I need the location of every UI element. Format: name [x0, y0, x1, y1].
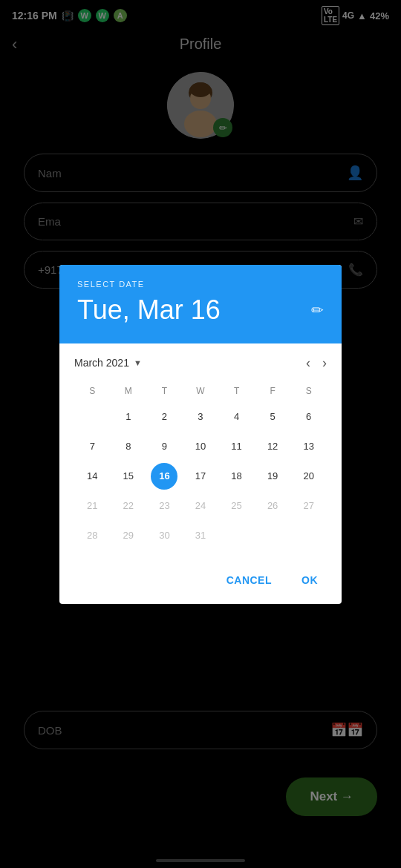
day-header-tue: T — [146, 383, 183, 402]
day-13[interactable]: 13 — [296, 433, 322, 460]
day-19[interactable]: 19 — [259, 463, 286, 490]
day-4[interactable]: 4 — [224, 404, 250, 430]
day-21[interactable]: 21 — [79, 493, 105, 519]
day-9[interactable]: 9 — [151, 433, 177, 460]
day-header-fri: F — [255, 383, 291, 402]
day-12[interactable]: 12 — [259, 433, 286, 460]
month-label[interactable]: March 2021 — [74, 357, 142, 369]
date-edit-icon[interactable]: ✏ — [311, 301, 324, 319]
calendar-body: March 2021 ‹ › S M T W T F S — [59, 343, 342, 562]
month-nav: March 2021 ‹ › — [74, 355, 327, 371]
day-empty-2 — [224, 522, 250, 549]
day-24[interactable]: 24 — [187, 493, 214, 519]
date-picker-dialog: SELECT DATE Tue, Mar 16 ✏ March 2021 ‹ › — [59, 265, 342, 604]
day-17[interactable]: 17 — [187, 463, 214, 490]
day-header-sun: S — [74, 383, 111, 402]
day-7[interactable]: 7 — [79, 433, 105, 460]
month-year-text: March 2021 — [74, 357, 129, 369]
day-15[interactable]: 15 — [115, 463, 142, 490]
day-22[interactable]: 22 — [115, 493, 142, 519]
month-dropdown-icon — [134, 358, 142, 368]
day-31[interactable]: 31 — [187, 522, 214, 549]
day-1[interactable]: 1 — [115, 404, 142, 430]
day-27[interactable]: 27 — [296, 493, 322, 519]
day-empty-4 — [296, 522, 322, 549]
ok-button[interactable]: OK — [290, 568, 330, 592]
day-29[interactable]: 29 — [115, 522, 142, 549]
day-14[interactable]: 14 — [79, 463, 105, 490]
day-25[interactable]: 25 — [224, 493, 250, 519]
day-28[interactable]: 28 — [79, 522, 105, 549]
day-header-thu: T — [218, 383, 255, 402]
next-month-button[interactable]: › — [322, 355, 327, 371]
day-2[interactable]: 2 — [151, 404, 177, 430]
cancel-button[interactable]: CANCEL — [215, 568, 284, 592]
day-16[interactable]: 16 — [151, 463, 177, 490]
day-5[interactable]: 5 — [259, 404, 286, 430]
day-20[interactable]: 20 — [296, 463, 322, 490]
dialog-header: SELECT DATE Tue, Mar 16 ✏ — [59, 265, 342, 343]
selected-date-display: Tue, Mar 16 ✏ — [77, 295, 324, 326]
day-30[interactable]: 30 — [151, 522, 177, 549]
day-8[interactable]: 8 — [115, 433, 142, 460]
day-18[interactable]: 18 — [224, 463, 250, 490]
day-header-sat: S — [290, 383, 327, 402]
day-header-mon: M — [111, 383, 147, 402]
day-10[interactable]: 10 — [187, 433, 214, 460]
day-23[interactable]: 23 — [151, 493, 177, 519]
nav-arrows: ‹ › — [306, 355, 327, 371]
day-header-wed: W — [183, 383, 219, 402]
dialog-overlay: SELECT DATE Tue, Mar 16 ✏ March 2021 ‹ › — [0, 0, 401, 868]
day-empty-3 — [259, 522, 286, 549]
date-text: Tue, Mar 16 — [77, 295, 221, 326]
day-empty-1 — [79, 404, 105, 430]
day-3[interactable]: 3 — [187, 404, 214, 430]
day-26[interactable]: 26 — [259, 493, 286, 519]
dialog-actions: CANCEL OK — [59, 562, 342, 604]
day-11[interactable]: 11 — [224, 433, 250, 460]
day-grid: S M T W T F S 1 2 3 4 5 6 7 8 9 10 — [74, 383, 327, 550]
select-date-label: SELECT DATE — [77, 280, 324, 289]
day-6[interactable]: 6 — [296, 404, 322, 430]
prev-month-button[interactable]: ‹ — [306, 355, 310, 371]
